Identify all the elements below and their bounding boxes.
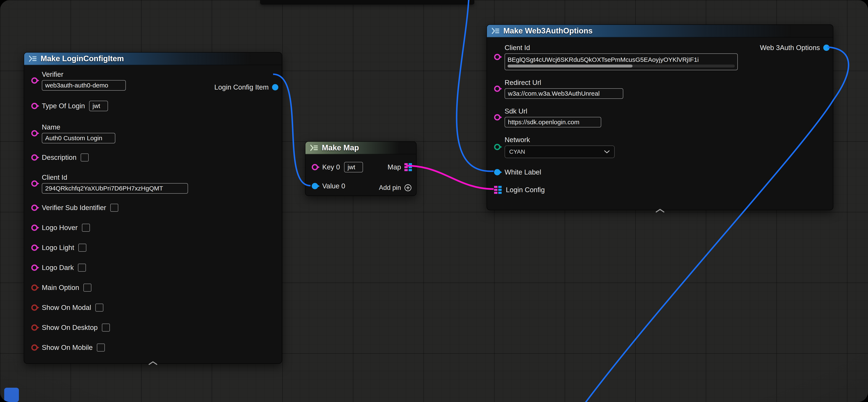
pin-logo-dark[interactable] [31, 264, 38, 271]
node-header[interactable]: Make Map [305, 142, 416, 154]
node-make-web3authoptions[interactable]: Make Web3AuthOptions Web 3Auth Options C… [487, 24, 833, 210]
pin-row: Login Config [494, 186, 829, 194]
blueprint-editor: Make LoginConfigItem Login Config Item V… [0, 0, 868, 402]
wire-map-to-loginconfig[interactable] [406, 166, 494, 189]
pin-verifier[interactable] [31, 77, 38, 84]
pin-row: Logo Dark [31, 264, 278, 271]
pin-show-on-desktop[interactable] [31, 324, 38, 331]
pin-white-label[interactable] [494, 169, 500, 175]
offscreen-node-fragment-top[interactable] [260, 0, 474, 5]
make-struct-icon [491, 27, 500, 35]
pin-row: Verifier Sub Identifier [31, 204, 278, 212]
pin-row: Network CYAN [494, 136, 829, 158]
main-option-checkbox[interactable] [84, 284, 91, 292]
node-title: Make Map [322, 143, 359, 152]
add-pin-button[interactable]: Add pin [379, 184, 412, 192]
key-0-input[interactable]: jwt [344, 162, 363, 172]
output-pin-label: Web 3Auth Options [760, 44, 820, 52]
chevron-up-icon [148, 361, 158, 365]
make-struct-icon [28, 54, 37, 63]
node-title: Make LoginConfigItem [40, 54, 124, 63]
node-header[interactable]: Make Web3AuthOptions [487, 25, 833, 37]
output-pin-web3auth-options[interactable] [823, 45, 830, 51]
network-dropdown[interactable]: CYAN [504, 145, 615, 158]
pin-row: Sdk Url https://sdk.openlogin.com [494, 107, 829, 127]
pin-row: Main Option [31, 284, 278, 292]
redirect-url-input[interactable]: w3a://com.w3a.Web3AuthUnreal [504, 88, 623, 99]
output-pin-map[interactable] [404, 163, 412, 171]
node-header[interactable]: Make LoginConfigItem [24, 53, 282, 65]
pin-logo-hover[interactable] [31, 225, 38, 231]
pin-row: Show On Modal [31, 304, 278, 312]
node-title: Make Web3AuthOptions [503, 27, 593, 35]
pin-sdk-url[interactable] [494, 114, 500, 120]
type-of-login-input[interactable]: jwt [89, 101, 108, 111]
show-on-mobile-checkbox[interactable] [97, 344, 105, 351]
pin-type-of-login[interactable] [31, 103, 38, 109]
verifier-sub-identifier-input[interactable] [110, 204, 118, 212]
scrollbar-thumb[interactable] [507, 64, 632, 67]
logo-light-input[interactable] [79, 244, 86, 252]
plus-circle-icon [404, 184, 412, 192]
pin-login-config[interactable] [494, 186, 502, 194]
pin-show-on-mobile[interactable] [31, 344, 38, 351]
pin-row: Logo Hover [31, 224, 278, 232]
graph-canvas[interactable]: Make LoginConfigItem Login Config Item V… [0, 0, 868, 402]
pin-row: Name Auth0 Custom Login [31, 123, 278, 143]
client-id-input[interactable]: BEglQSgt4cUWcj6SKRdu5QkOXTsePmMcusG5EAoy… [504, 53, 738, 70]
pin-network[interactable] [494, 144, 500, 150]
pin-value-0[interactable] [312, 183, 318, 189]
show-on-desktop-checkbox[interactable] [102, 323, 110, 332]
node-make-loginconfigitem[interactable]: Make LoginConfigItem Login Config Item V… [24, 52, 282, 364]
show-on-modal-checkbox[interactable] [95, 304, 103, 312]
pin-name[interactable] [31, 130, 38, 137]
verifier-input[interactable]: web3auth-auth0-demo [42, 80, 126, 91]
pin-main-option[interactable] [31, 285, 38, 291]
collapse-node-button[interactable] [655, 208, 665, 213]
collapse-node-button[interactable] [148, 361, 158, 366]
pin-row: Type Of Login jwt [31, 101, 278, 111]
pin-row: Show On Mobile [31, 344, 278, 351]
offscreen-node-fragment-bottom-left[interactable] [4, 388, 19, 402]
client-id-input[interactable]: 294QRkchfq2YaXUbPri7D6PH7xzHgQMT [42, 183, 188, 194]
chevron-up-icon [655, 208, 665, 213]
pin-key-0[interactable] [312, 164, 318, 170]
make-map-icon [310, 143, 318, 152]
output-row: Login Config Item [214, 83, 278, 91]
pin-client-id[interactable] [494, 54, 500, 60]
pin-description[interactable] [31, 154, 38, 161]
pin-row: Logo Light [31, 244, 278, 252]
name-input[interactable]: Auth0 Custom Login [42, 133, 115, 143]
pin-row: Description [31, 153, 278, 162]
chevron-down-icon [604, 150, 610, 154]
pin-verifier-sub-identifier[interactable] [31, 205, 38, 211]
pin-show-on-modal[interactable] [31, 305, 38, 311]
output-pin-login-config-item[interactable] [272, 84, 278, 90]
pin-redirect-url[interactable] [494, 86, 500, 92]
pin-label: Verifier [42, 70, 126, 79]
pin-row: Show On Desktop [31, 323, 278, 332]
pin-logo-light[interactable] [31, 245, 38, 251]
output-row: Web 3Auth Options [760, 44, 830, 52]
pin-row: White Label [494, 168, 829, 176]
logo-hover-input[interactable] [82, 224, 90, 232]
output-row: Map [388, 163, 412, 171]
pin-row: Redirect Url w3a://com.w3a.Web3AuthUnrea… [494, 79, 829, 99]
description-input[interactable] [81, 153, 89, 162]
pin-client-id[interactable] [31, 180, 38, 187]
horizontal-scrollbar[interactable] [507, 64, 735, 67]
output-pin-label: Login Config Item [214, 83, 269, 91]
pin-row: Client Id 294QRkchfq2YaXUbPri7D6PH7xzHgQ… [31, 173, 278, 194]
node-make-map[interactable]: Make Map Key 0 jwt Value 0 Map Add pin [305, 141, 416, 196]
logo-dark-input[interactable] [78, 264, 86, 271]
sdk-url-input[interactable]: https://sdk.openlogin.com [504, 117, 601, 127]
